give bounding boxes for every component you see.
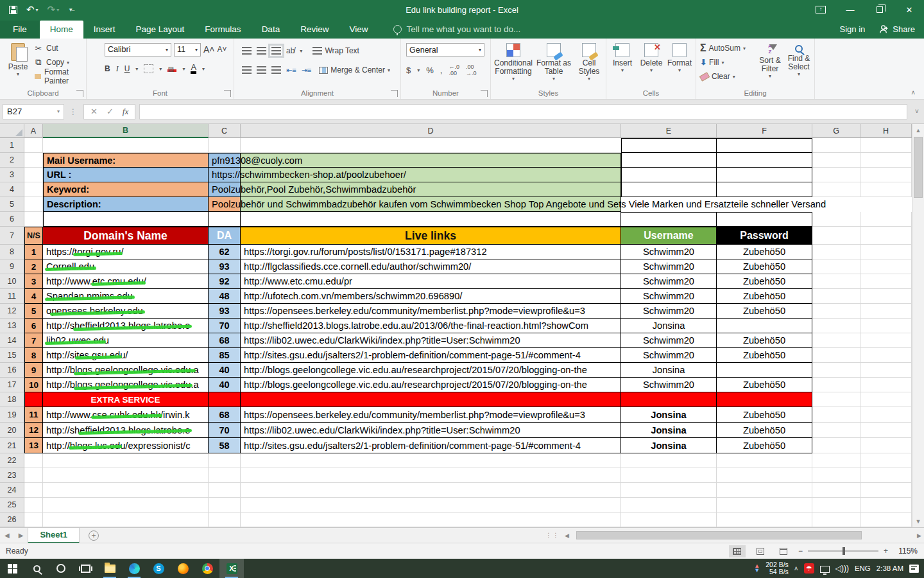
cell-H15[interactable]: [860, 348, 912, 363]
cell-E1[interactable]: [621, 138, 717, 153]
cell-A13[interactable]: 6: [24, 319, 43, 333]
row-header-6[interactable]: 6: [0, 212, 24, 227]
cell-D11[interactable]: http://ufotech.com.vn/members/schwimm20.…: [241, 289, 621, 304]
cell-C10[interactable]: 92: [209, 274, 241, 289]
row-header-16[interactable]: 16: [0, 363, 24, 378]
font-family-select[interactable]: Calibri▾: [105, 43, 171, 57]
cell-E18[interactable]: [621, 392, 717, 407]
volume-tray-icon[interactable]: ◁))): [835, 564, 849, 573]
find-select-button[interactable]: Find & Select▾: [785, 40, 813, 89]
name-box[interactable]: B27▾: [3, 104, 64, 119]
cell-C22[interactable]: [209, 453, 241, 468]
cell-B24[interactable]: [43, 483, 209, 498]
row-header-14[interactable]: 14: [0, 333, 24, 348]
cell-B9[interactable]: Cornell.edu: [43, 259, 209, 274]
cell-B15[interactable]: http://sites.gsu.edu/: [43, 348, 209, 363]
cell-D16[interactable]: http://blogs.geelongcollege.vic.edu.au/r…: [241, 363, 621, 378]
select-all-corner[interactable]: [0, 124, 24, 138]
row-header-23[interactable]: 23: [0, 468, 24, 483]
cell-C7[interactable]: DA: [209, 227, 241, 245]
cell-C23[interactable]: [209, 468, 241, 483]
cell-B11[interactable]: Spandan.nmims.edu: [43, 289, 209, 304]
cell-B5[interactable]: Description:: [43, 197, 209, 212]
cell-A7[interactable]: N/S: [24, 227, 43, 245]
cell-styles-button[interactable]: Cell Styles▾: [573, 40, 605, 89]
cell-E9[interactable]: Schwimm20: [621, 259, 717, 274]
tab-view[interactable]: View: [339, 21, 378, 39]
cell-C21[interactable]: 58: [209, 438, 241, 453]
cell-G12[interactable]: [812, 304, 860, 319]
align-top-icon[interactable]: [242, 47, 252, 55]
cell-H5[interactable]: [860, 197, 912, 212]
cell-G23[interactable]: [812, 468, 860, 483]
cell-H14[interactable]: [860, 333, 912, 348]
cell-E2[interactable]: [621, 153, 717, 168]
cell-H2[interactable]: [860, 153, 912, 168]
page-break-view-button[interactable]: [775, 545, 792, 557]
cell-E20[interactable]: Jonsina: [621, 423, 717, 438]
expand-formula-bar-button[interactable]: ˅: [910, 108, 924, 115]
cell-A22[interactable]: [24, 453, 43, 468]
cell-F26[interactable]: [717, 512, 812, 527]
align-right-icon[interactable]: [271, 66, 281, 74]
cell-H12[interactable]: [860, 304, 912, 319]
cell-B14[interactable]: lib02.uwec.edu: [43, 333, 209, 348]
paste-button[interactable]: Paste▾: [4, 40, 32, 89]
row-header-5[interactable]: 5: [0, 197, 24, 212]
row-header-1[interactable]: 1: [0, 138, 24, 153]
cell-E25[interactable]: [621, 498, 717, 512]
decrease-indent-button[interactable]: ⇤≡: [286, 66, 296, 74]
cell-C11[interactable]: 48: [209, 289, 241, 304]
tray-expand-chevron[interactable]: ˄: [794, 565, 798, 572]
normal-view-button[interactable]: [729, 545, 746, 557]
cell-A18[interactable]: [24, 392, 43, 407]
cell-F14[interactable]: Zubehö50: [717, 333, 812, 348]
cell-A14[interactable]: 7: [24, 333, 43, 348]
cell-D20[interactable]: https://lib02.uwec.edu/ClarkWiki/index.p…: [241, 423, 621, 438]
increase-font-button[interactable]: A˄: [203, 44, 215, 55]
zoom-out-button[interactable]: −: [798, 547, 803, 556]
cell-A16[interactable]: 9: [24, 363, 43, 378]
column-header-A[interactable]: A: [24, 124, 43, 138]
cell-F13[interactable]: [717, 319, 812, 333]
cell-E10[interactable]: Schwimm20: [621, 274, 717, 289]
cell-H26[interactable]: [860, 512, 912, 527]
cell-B22[interactable]: [43, 453, 209, 468]
font-size-select[interactable]: 11▾: [174, 43, 201, 57]
tab-scroll-splitter[interactable]: ⋮⋮: [542, 532, 563, 539]
cell-B17[interactable]: http://blogs.geelongcollege.vic.edu.a: [43, 378, 209, 392]
formula-bar-splitter[interactable]: ⋮: [64, 107, 83, 116]
language-indicator[interactable]: ENG: [855, 565, 871, 572]
cell-A3[interactable]: [24, 168, 43, 182]
italic-button[interactable]: I: [116, 64, 119, 74]
column-header-F[interactable]: F: [717, 124, 812, 138]
cell-A19[interactable]: 11: [24, 407, 43, 423]
cell-B20[interactable]: http://sheffield2013.blogs.latrobe.e: [43, 423, 209, 438]
cell-A24[interactable]: [24, 483, 43, 498]
action-center-icon[interactable]: [909, 565, 919, 573]
cell-G19[interactable]: [812, 407, 860, 423]
tell-me-box[interactable]: Tell me what you want to do...: [393, 24, 520, 39]
cell-A1[interactable]: [24, 138, 43, 153]
cell-C2[interactable]: pfn91308@cuoly.com: [209, 153, 241, 168]
row-header-22[interactable]: 22: [0, 453, 24, 468]
tab-home[interactable]: Home: [40, 21, 83, 39]
cell-G10[interactable]: [812, 274, 860, 289]
cell-A5[interactable]: [24, 197, 43, 212]
cell-C16[interactable]: 40: [209, 363, 241, 378]
cell-G4[interactable]: [812, 182, 860, 197]
cell-B1[interactable]: [43, 138, 209, 153]
row-header-19[interactable]: 19: [0, 407, 24, 423]
column-header-E[interactable]: E: [621, 124, 717, 138]
cell-B16[interactable]: http://blogs.geelongcollege.vic.edu.a: [43, 363, 209, 378]
cell-A2[interactable]: [24, 153, 43, 168]
row-header-7[interactable]: 7: [0, 227, 24, 245]
cell-C17[interactable]: 40: [209, 378, 241, 392]
clear-button[interactable]: Clear▾: [700, 69, 746, 83]
zoom-slider[interactable]: [808, 550, 878, 552]
cell-F8[interactable]: Zubehö50: [717, 245, 812, 259]
cell-B21[interactable]: http://blogs.luc.edu/expressionist/c: [43, 438, 209, 453]
increase-decimal-button[interactable]: ←.0.00: [449, 64, 459, 76]
cell-G22[interactable]: [812, 453, 860, 468]
cell-G16[interactable]: [812, 363, 860, 378]
